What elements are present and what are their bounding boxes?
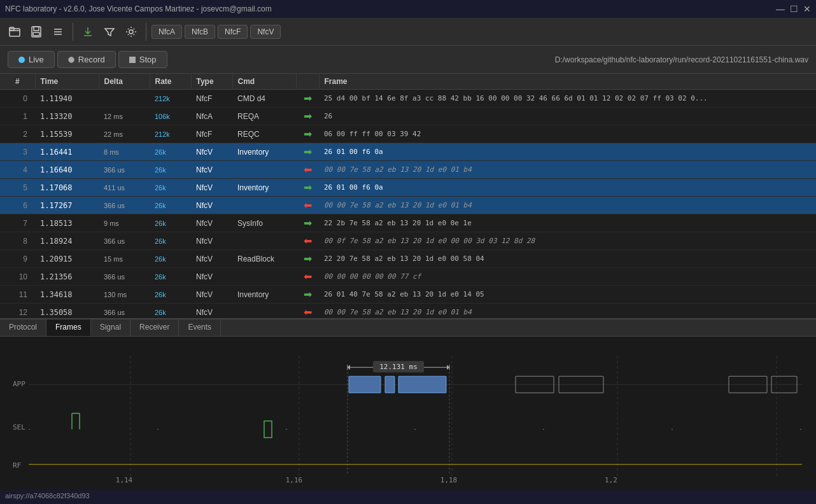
table-row[interactable]: 12 1.35058 366 us 26k NfcV ⬅ 00 00 7e 58… [0,304,816,319]
cell-rate: 26k [150,197,191,214]
table-row[interactable]: 9 1.20915 15 ms 26k NfcV ReadBlock ➡ 22 … [0,250,816,268]
table-body-scroll[interactable]: 0 1.11940 212k NfcF CMD d4 ➡ 25 d4 00 bf… [0,90,816,318]
svg-text:SEL: SEL [13,423,25,431]
cell-type: NfcA [191,108,232,125]
download-icon[interactable] [78,22,97,41]
cell-cmd [232,161,296,179]
nfcv-button[interactable]: NfcV [250,25,281,39]
live-button[interactable]: Live [8,51,55,68]
maximize-button[interactable]: ☐ [790,4,798,14]
cell-rate: 212k [150,125,191,143]
cell-dir: ➡ [296,143,319,161]
svg-rect-31 [385,376,395,393]
save-icon[interactable] [27,22,46,41]
table-row[interactable]: 2 1.15539 22 ms 212k NfcF REQC ➡ 06 00 f… [0,125,816,143]
separator-1 [73,23,73,41]
cell-delta: 366 us [99,304,150,319]
direction-arrow-right: ➡ [304,93,312,104]
cell-rate: 26k [150,143,191,161]
cell-dir: ➡ [296,125,319,143]
file-path: D:/workspace/github/nfc-laboratory/run/r… [555,55,808,64]
cell-frame: 26 01 40 7e 58 a2 eb 13 20 1d e0 14 05 [319,286,816,304]
cell-delta: 366 us [99,232,150,250]
cell-rate: 212k [150,90,191,108]
bottom-tabs: Protocol Frames Signal Receiver Events [0,319,816,337]
settings-icon[interactable] [122,22,141,41]
cell-dir: ⬅ [296,268,319,286]
cell-cmd [232,232,296,250]
cell-cmd: Inventory [232,179,296,197]
nfcb-button[interactable]: NfcB [185,25,215,39]
cell-cmd: REQC [232,125,296,143]
cell-frame: 22 2b 7e 58 a2 eb 13 20 1d e0 0e 1e [319,214,816,232]
table-row[interactable]: 6 1.17267 366 us 26k NfcV ⬅ 00 00 7e 58 … [0,197,816,214]
cell-time: 1.15539 [35,125,99,143]
live-label: Live [29,55,44,64]
direction-arrow-right: ➡ [304,253,312,264]
table-wrapper: # Time Delta Rate Type Cmd Frame [0,74,816,318]
cell-frame: 26 [319,108,816,125]
cell-cmd [232,268,296,286]
cell-rate: 26k [150,304,191,319]
cell-num: 9 [0,250,35,268]
separator-2 [146,23,146,41]
col-header-rate: Rate [150,74,191,90]
col-header-delta: Delta [99,74,150,90]
title-bar-controls[interactable]: — ☐ ✕ [776,4,811,14]
minimize-button[interactable]: — [776,4,785,14]
cell-frame: 00 00 00 00 00 00 77 cf [319,268,816,286]
open-icon[interactable] [5,22,24,41]
col-header-type: Type [191,74,232,90]
record-label: Record [78,55,105,64]
cell-type: NfcV [191,268,232,286]
cell-num: 11 [0,286,35,304]
tab-events[interactable]: Events [179,319,221,336]
cell-type: NfcV [191,143,232,161]
cell-type: NfcV [191,286,232,304]
cell-time: 1.16640 [35,161,99,179]
filter-icon[interactable] [100,22,119,41]
stop-button[interactable]: Stop [118,51,167,68]
list-icon[interactable] [48,22,67,41]
svg-text:1,2: 1,2 [605,476,617,484]
stop-label: Stop [139,55,157,64]
cell-num: 6 [0,197,35,214]
table-row[interactable]: 3 1.16441 8 ms 26k NfcV Inventory ➡ 26 0… [0,143,816,161]
tab-protocol[interactable]: Protocol [0,319,46,336]
cell-dir: ⬅ [296,232,319,250]
svg-text:1,16: 1,16 [286,476,302,484]
nfca-button[interactable]: NfcA [151,25,182,39]
cell-cmd: Inventory [232,143,296,161]
cell-frame: 00 00 7e 58 a2 eb 13 20 1d e0 01 b4 [319,161,816,179]
cell-num: 5 [0,179,35,197]
cell-time: 1.11940 [35,90,99,108]
close-button[interactable]: ✕ [803,4,811,14]
cell-rate: 26k [150,232,191,250]
table-row[interactable]: 8 1.18924 366 us 26k NfcV ⬅ 00 0f 7e 58 … [0,232,816,250]
tab-frames[interactable]: Frames [46,319,91,336]
table-row[interactable]: 7 1.18513 9 ms 26k NfcV SysInfo ➡ 22 2b … [0,214,816,232]
table-row[interactable]: 11 1.34618 130 ms 26k NfcV Inventory ➡ 2… [0,286,816,304]
record-button[interactable]: Record [57,51,116,68]
tab-receiver[interactable]: Receiver [130,319,179,336]
svg-rect-41 [264,421,272,438]
cell-time: 1.17267 [35,197,99,214]
tab-signal[interactable]: Signal [91,319,130,336]
direction-arrow-right: ➡ [304,182,312,193]
table-row[interactable]: 10 1.21356 366 us 26k NfcV ⬅ 00 00 00 00… [0,268,816,286]
cell-cmd: REQA [232,108,296,125]
table-row[interactable]: 4 1.16640 366 us 26k NfcV ⬅ 00 00 7e 58 … [0,161,816,179]
col-header-dir [296,74,319,90]
table-row[interactable]: 5 1.17068 411 us 26k NfcV Inventory ➡ 26… [0,179,816,197]
table-row[interactable]: 0 1.11940 212k NfcF CMD d4 ➡ 25 d4 00 bf… [0,90,816,108]
svg-rect-32 [398,376,446,393]
cell-time: 1.18924 [35,232,99,250]
direction-arrow-left: ⬅ [304,164,312,175]
status-bar: airspy://a74068c82f340d93 [0,490,816,504]
cell-delta: 366 us [99,197,150,214]
nfcf-button[interactable]: NfcF [218,25,248,39]
table-row[interactable]: 1 1.13320 12 ms 106k NfcA REQA ➡ 26 [0,108,816,125]
cell-cmd [232,304,296,319]
cell-time: 1.13320 [35,108,99,125]
cell-dir: ⬅ [296,304,319,319]
